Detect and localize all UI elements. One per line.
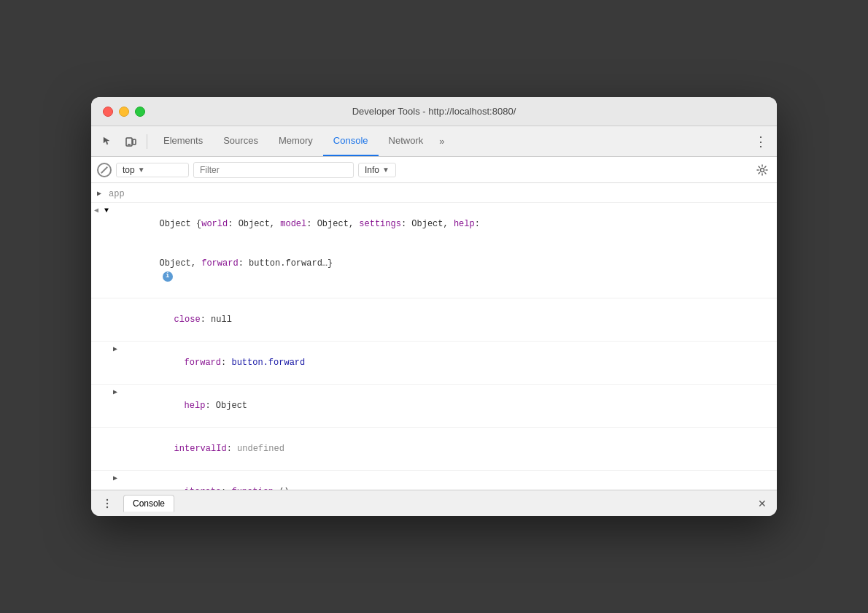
bottom-bar: Console ✕ xyxy=(91,490,777,516)
tab-sources[interactable]: Sources xyxy=(213,126,268,156)
tab-memory[interactable]: Memory xyxy=(268,126,323,156)
expand-app-arrow[interactable]: ▶ xyxy=(97,188,101,199)
maximize-button[interactable] xyxy=(135,107,145,117)
window-title: Developer Tools - http://localhost:8080/ xyxy=(352,106,516,117)
expand-iterate-arrow[interactable]: ▶ xyxy=(113,473,117,484)
back-nav-icon[interactable]: ◀ xyxy=(94,205,98,216)
close-bottom-button[interactable]: ✕ xyxy=(753,495,771,512)
title-bar: Developer Tools - http://localhost:8080/ xyxy=(91,97,777,126)
console-content: ▶ app ◀ ▼ Object {world: Object, model: … xyxy=(91,183,777,490)
context-label: top xyxy=(123,165,135,175)
tab-elements[interactable]: Elements xyxy=(153,126,213,156)
more-options-button[interactable]: ⋮ xyxy=(751,131,771,152)
minimize-button[interactable] xyxy=(119,107,129,117)
console-row-close: close: null xyxy=(91,298,777,342)
traffic-lights xyxy=(103,107,145,117)
context-arrow: ▼ xyxy=(138,166,145,174)
filter-input[interactable] xyxy=(193,162,354,178)
bottom-menu-button[interactable] xyxy=(97,493,117,514)
close-button[interactable] xyxy=(103,107,113,117)
collapse-object-arrow[interactable]: ▼ xyxy=(104,205,109,216)
toolbar-right: ⋮ xyxy=(751,131,771,152)
inspect-element-button[interactable] xyxy=(97,131,117,152)
close-prop: close: null xyxy=(132,300,771,339)
console-row-object: ◀ ▼ Object {world: Object, model: Object… xyxy=(91,203,777,298)
svg-point-5 xyxy=(106,502,108,504)
svg-point-3 xyxy=(761,168,764,171)
expand-forward-arrow[interactable]: ▶ xyxy=(113,344,117,355)
console-row-help: ▶ help: Object xyxy=(91,385,777,428)
context-selector[interactable]: top ▼ xyxy=(116,163,189,177)
console-toolbar: top ▼ Info ▼ xyxy=(91,157,777,183)
toolbar-separator xyxy=(147,134,147,149)
svg-rect-1 xyxy=(133,139,136,144)
console-row-interval: intervalId: undefined xyxy=(91,428,777,471)
app-label: app xyxy=(109,188,771,201)
level-selector[interactable]: Info ▼ xyxy=(358,163,396,177)
clear-console-button[interactable] xyxy=(97,163,112,177)
object-summary: Object {world: Object, model: Object, se… xyxy=(117,204,771,296)
console-row-forward: ▶ forward: button.forward xyxy=(91,342,777,385)
nav-toolbar: Elements Sources Memory Console Network … xyxy=(91,126,777,157)
info-badge[interactable]: i xyxy=(163,271,173,282)
console-row-iterate: ▶ iterate: function () xyxy=(91,471,777,490)
help-prop: help: Object xyxy=(142,386,771,425)
tab-network[interactable]: Network xyxy=(379,126,434,156)
device-mode-button[interactable] xyxy=(120,131,141,152)
iterate-prop: iterate: function () xyxy=(142,472,771,490)
devtools-window: Developer Tools - http://localhost:8080/… xyxy=(91,97,777,516)
interval-prop: intervalId: undefined xyxy=(132,429,771,469)
more-tabs-button[interactable]: » xyxy=(433,126,450,156)
forward-prop: forward: button.forward xyxy=(142,343,771,382)
nav-tabs: Elements Sources Memory Console Network … xyxy=(153,126,748,156)
svg-point-4 xyxy=(106,498,108,500)
bottom-console-tab[interactable]: Console xyxy=(123,495,174,512)
console-settings-button[interactable] xyxy=(753,161,771,179)
expand-help-arrow[interactable]: ▶ xyxy=(113,387,117,398)
svg-point-6 xyxy=(106,506,108,507)
level-arrow: ▼ xyxy=(382,166,390,174)
console-row-app: ▶ app xyxy=(91,186,777,203)
tab-console[interactable]: Console xyxy=(323,126,379,156)
level-label: Info xyxy=(365,165,379,175)
